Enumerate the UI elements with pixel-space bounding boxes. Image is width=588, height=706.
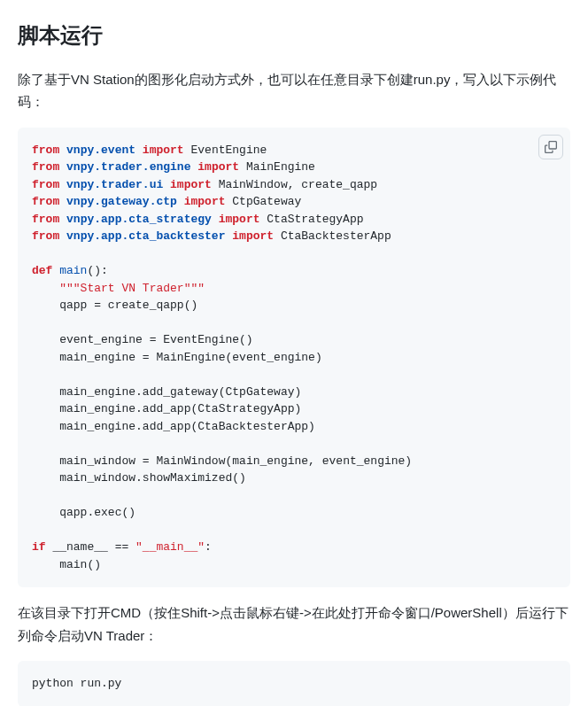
intro-paragraph: 除了基于VN Station的图形化启动方式外，也可以在任意目录下创建run.p… [18, 68, 570, 113]
copy-icon [545, 141, 557, 153]
code-block-1: from vnpy.event import EventEngine from … [18, 128, 570, 588]
code-block-2: python run.py [18, 661, 570, 706]
page-heading: 脚本运行 [18, 18, 570, 54]
code-content-2: python run.py [32, 675, 556, 693]
paragraph-2: 在该目录下打开CMD（按住Shift->点击鼠标右键->在此处打开命令窗口/Po… [18, 601, 570, 647]
copy-button[interactable] [538, 135, 563, 159]
code-content-1: from vnpy.event import EventEngine from … [32, 142, 556, 574]
